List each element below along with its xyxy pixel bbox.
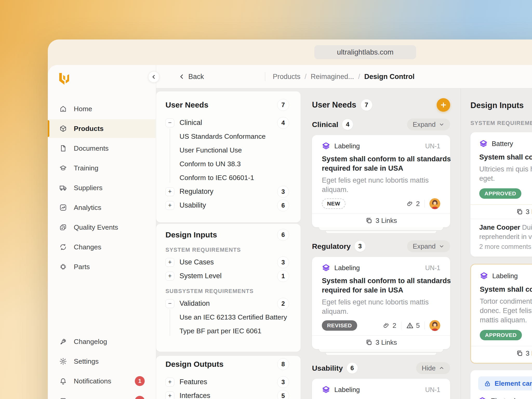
- sidebar-item-products[interactable]: Products: [48, 119, 156, 138]
- back-button[interactable]: Back: [178, 65, 204, 88]
- warning-count[interactable]: 5: [406, 322, 420, 330]
- count-badge: 4: [342, 119, 353, 130]
- expand-toggle[interactable]: +: [165, 201, 174, 210]
- design-input-card[interactable]: Battery System shall conform to all stan…: [470, 132, 532, 257]
- tree-item-clinical[interactable]: − Clinical 4: [156, 116, 301, 130]
- collapse-toggle[interactable]: −: [165, 118, 174, 127]
- sidebar-item-partial[interactable]: [48, 391, 156, 399]
- collapse-sidebar-button[interactable]: [148, 71, 159, 83]
- sidebar-item-notifications[interactable]: Notifications 1: [48, 372, 156, 390]
- sidebar-item-quality-events[interactable]: Quality Events: [48, 218, 156, 237]
- tree-item-type-bf[interactable]: Type BF part per IEC 6061: [156, 324, 301, 338]
- design-outputs-tree-panel: Design Outputs 8 + Features 3 + Int: [156, 356, 301, 399]
- sidebar-item-settings[interactable]: Settings: [48, 352, 156, 371]
- sidebar-item-changes[interactable]: Changes: [48, 238, 156, 256]
- card-description: Tortor condimentum lacinia quis vel eros…: [480, 297, 532, 325]
- tree-item-validation[interactable]: − Validation 2: [156, 297, 301, 310]
- design-inputs-column: Design Inputs SYSTEM REQUIREMENTS Batter…: [461, 88, 532, 399]
- group-header-usability: Usability 6 Hide: [312, 362, 450, 375]
- header-divider: [265, 72, 265, 81]
- group-name: Clinical: [312, 120, 338, 129]
- layers-icon: [479, 139, 488, 148]
- attachment-count[interactable]: 2: [406, 200, 420, 208]
- attachment-count[interactable]: 2: [382, 322, 396, 330]
- user-avatar[interactable]: [429, 320, 440, 331]
- count-badge: 1: [277, 270, 289, 282]
- copy-icon: [516, 208, 523, 215]
- links-button[interactable]: 3 Links: [480, 346, 532, 360]
- links-button[interactable]: 3 Links: [322, 336, 440, 349]
- status-badge: APPROVED: [480, 330, 522, 340]
- chevron-left-icon: [151, 74, 157, 80]
- expand-toggle[interactable]: +: [165, 391, 174, 399]
- requirement-card[interactable]: Labeling UN-1 System shall conform to al…: [312, 257, 450, 349]
- comment[interactable]: Jane Cooper Duis aute irure dolor in rep…: [479, 223, 532, 241]
- column-title: Design Inputs: [470, 99, 532, 112]
- sidebar-item-label: Quality Events: [74, 223, 118, 231]
- tree-item-un383[interactable]: Conform to UN 38.3: [156, 157, 301, 171]
- count-badge: 7: [361, 99, 373, 111]
- list-icon: [59, 397, 67, 399]
- links-button[interactable]: 3 Links: [322, 214, 440, 227]
- warning-icon: [406, 322, 414, 329]
- add-user-need-button[interactable]: [437, 98, 450, 112]
- design-input-card-selected[interactable]: Labeling System shall conform to all sta…: [470, 264, 532, 363]
- card-type: Labeling: [334, 264, 360, 272]
- sidebar-item-changelog[interactable]: Changelog: [48, 332, 156, 351]
- card-title: System shall conform to all standards re…: [479, 152, 532, 162]
- tree-item-use-cases[interactable]: + Use Cases 3: [156, 255, 301, 269]
- tree-item-features[interactable]: + Features 3: [156, 375, 301, 389]
- expand-toggle[interactable]: +: [165, 187, 174, 196]
- status-badge: NEW: [322, 198, 345, 209]
- breadcrumb-project[interactable]: Reimagined...: [311, 73, 354, 81]
- hide-usability-button[interactable]: Hide: [416, 362, 450, 374]
- tree-item-iec62133[interactable]: Use an IEC 62133 Certified Battery: [156, 310, 301, 324]
- tree-item-label: Interfaces: [179, 392, 210, 399]
- expand-toggle[interactable]: +: [165, 272, 174, 281]
- status-badge: APPROVED: [479, 188, 521, 199]
- sidebar-item-label: Changes: [74, 243, 101, 251]
- tree-item-us-standards[interactable]: US Standards Conformance: [156, 130, 301, 143]
- sidebar-item-training[interactable]: Training: [48, 159, 156, 177]
- copy-icon: [365, 339, 373, 346]
- expand-toggle[interactable]: +: [165, 258, 174, 267]
- user-avatar[interactable]: [429, 198, 440, 209]
- tree-item-system-level[interactable]: + System Level 1: [156, 269, 301, 283]
- box-icon: [59, 125, 67, 132]
- sidebar-item-documents[interactable]: Documents: [48, 139, 156, 158]
- expand-toggle[interactable]: +: [165, 378, 174, 387]
- truck-icon: [59, 184, 67, 192]
- graduation-cap-icon: [59, 164, 67, 172]
- links-button[interactable]: 3 Links: [479, 205, 532, 219]
- requirement-card[interactable]: Labeling UN-1 System shall conform to al…: [312, 135, 450, 227]
- more-comments-link[interactable]: 2 more comments: [479, 243, 532, 250]
- sidebar-item-home[interactable]: Home: [48, 99, 156, 118]
- sidebar-item-suppliers[interactable]: Suppliers: [48, 178, 156, 197]
- sidebar-item-parts[interactable]: Parts: [48, 257, 156, 276]
- sidebar-item-label: Products: [74, 125, 104, 133]
- tree-section-header: Design Outputs 8: [156, 357, 301, 371]
- tree-item-user-functional[interactable]: User Functional Use: [156, 143, 301, 157]
- card-type: Labeling: [334, 386, 360, 394]
- tree-item-iec60601[interactable]: Conform to IEC 60601-1: [156, 171, 301, 185]
- collapse-toggle[interactable]: −: [165, 299, 174, 308]
- url-bar[interactable]: ultralightlabs.com: [314, 45, 416, 59]
- tree-item-regulatory[interactable]: + Regulatory 3: [156, 185, 301, 198]
- requirement-card[interactable]: Labeling UN-1 US Standards Conformance: [312, 379, 450, 399]
- document-icon: [59, 144, 67, 152]
- layers-icon: [478, 397, 487, 399]
- notification-badge: [135, 396, 145, 399]
- card-stack-edge: [319, 227, 443, 230]
- design-input-card[interactable]: Element cannot be Electrode: [470, 370, 532, 399]
- breadcrumb-products[interactable]: Products: [273, 73, 301, 81]
- tree-item-interfaces[interactable]: + Interfaces 5: [156, 389, 301, 399]
- back-label: Back: [188, 73, 204, 81]
- quality-check-icon: [59, 223, 67, 231]
- count-badge: 3: [277, 256, 289, 268]
- sidebar-item-analytics[interactable]: Analytics: [48, 198, 156, 217]
- sidebar-item-label: Changelog: [74, 338, 107, 346]
- expand-clinical-button[interactable]: Expand: [407, 118, 450, 130]
- count-badge: 5: [277, 390, 289, 399]
- tree-item-usability[interactable]: + Usability 6: [156, 198, 301, 212]
- expand-regulatory-button[interactable]: Expand: [407, 240, 450, 252]
